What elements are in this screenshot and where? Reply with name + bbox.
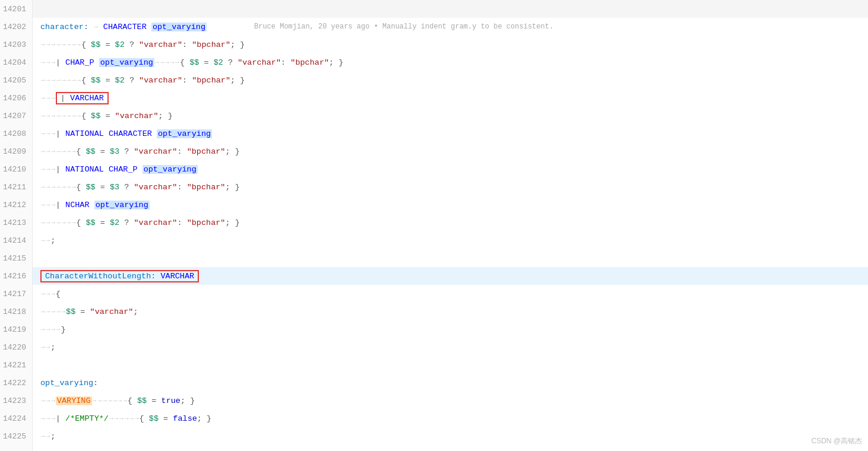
table-row: 14225 →→ ; bbox=[0, 427, 868, 445]
table-row: 14203 →→→→→→→→ { $$ = $2 ? "varchar" : "… bbox=[0, 36, 868, 53]
line-content: →→→→→→→ { $$ = $3 ? "varchar" : "bpchar"… bbox=[36, 142, 868, 160]
table-row: 14206 →→→ | VARCHAR bbox=[0, 89, 868, 107]
line-content bbox=[36, 356, 868, 374]
varchar-highlight-box: | VARCHAR bbox=[56, 92, 109, 104]
line-number: 14224 bbox=[0, 409, 33, 427]
table-row: 14221 bbox=[0, 356, 868, 374]
line-content: →→ ; bbox=[36, 427, 868, 445]
line-content: →→→ VARYING →→→→→→→ { $$ = true ; } bbox=[36, 392, 868, 409]
table-row: 14215 bbox=[0, 249, 868, 267]
line-content: →→→→→ $$ = "varchar" ; bbox=[36, 303, 868, 320]
line-number: 14221 bbox=[0, 356, 33, 374]
line-number: 14215 bbox=[0, 249, 33, 267]
table-row: 14211 →→→→→→→ { $$ = $3 ? "varchar" : "b… bbox=[0, 178, 868, 196]
table-row: 14217 →→→ { bbox=[0, 285, 868, 303]
table-row: 14223 →→→ VARYING →→→→→→→ { $$ = true ; … bbox=[0, 392, 868, 409]
characterwithoutlength-highlight-box: CharacterWithoutLength: VARCHAR bbox=[40, 270, 199, 282]
table-row: 14208 →→→ | NATIONAL CHARACTER opt_varyi… bbox=[0, 125, 868, 142]
line-number: 14223 bbox=[0, 392, 33, 409]
line-number: 14218 bbox=[0, 303, 33, 320]
table-row: 14213 →→→→→→→ { $$ = $2 ? "varchar" : "b… bbox=[0, 214, 868, 231]
line-number: 14210 bbox=[0, 160, 33, 178]
line-number: 14211 bbox=[0, 178, 33, 196]
line-content: →→→→→→→→ { $$ = $2 ? "varchar" : "bpchar… bbox=[36, 36, 868, 53]
line-number: 14205 bbox=[0, 71, 33, 89]
line-number: 14225 bbox=[0, 427, 33, 445]
line-number: 14201 bbox=[0, 0, 33, 18]
table-row: 14224 →→→ | /*EMPTY*/ →→→→→→ { $$ = fals… bbox=[0, 409, 868, 427]
table-row: 14214 →→ ; bbox=[0, 231, 868, 249]
line-number: 14216 bbox=[0, 267, 33, 285]
line-number: 14208 bbox=[0, 125, 33, 142]
table-row: 14216 CharacterWithoutLength: VARCHAR bbox=[0, 267, 868, 285]
table-row: 14202 character: → CHARACTER opt_varying… bbox=[0, 18, 868, 36]
line-content: CharacterWithoutLength: VARCHAR bbox=[36, 267, 868, 285]
line-number: 14209 bbox=[0, 142, 33, 160]
line-content: →→→→ } bbox=[36, 320, 868, 338]
table-row: 14209 →→→→→→→ { $$ = $3 ? "varchar" : "b… bbox=[0, 142, 868, 160]
table-row: 14218 →→→→→ $$ = "varchar" ; bbox=[0, 303, 868, 320]
line-content: →→ ; bbox=[36, 338, 868, 356]
line-number: 14213 bbox=[0, 214, 33, 231]
line-number: 14204 bbox=[0, 53, 33, 71]
table-row: 14207 →→→→→→→→ { $$ = "varchar" ; } bbox=[0, 107, 868, 125]
line-number: 14222 bbox=[0, 374, 33, 392]
code-editor: 14201 14202 character: → CHARACTER opt_v… bbox=[0, 0, 868, 451]
table-row: 14226 bbox=[0, 445, 868, 451]
line-content: →→→→→→→ { $$ = $3 ? "varchar" : "bpchar"… bbox=[36, 178, 868, 196]
table-row: 14205 →→→ →→→→→ { $$ = $2 ? "varchar" : … bbox=[0, 71, 868, 89]
line-number: 14217 bbox=[0, 285, 33, 303]
line-number: 14212 bbox=[0, 196, 33, 214]
line-content: →→→ | NATIONAL CHARACTER opt_varying bbox=[36, 125, 868, 142]
line-number: 14202 bbox=[0, 18, 33, 36]
line-content: →→→ | NCHAR opt_varying bbox=[36, 196, 868, 214]
line-content bbox=[36, 249, 868, 267]
table-row: 14219 →→→→ } bbox=[0, 320, 868, 338]
line-content: →→→ | NATIONAL CHAR_P opt_varying bbox=[36, 160, 868, 178]
line-number: 14226 bbox=[0, 445, 33, 451]
table-row: 14201 bbox=[0, 0, 868, 18]
line-content: →→ ; bbox=[36, 231, 868, 249]
line-number: 14203 bbox=[0, 36, 33, 53]
line-content: opt_varying: bbox=[36, 374, 868, 392]
line-number: 14219 bbox=[0, 320, 33, 338]
table-row: 14210 →→→ | NATIONAL CHAR_P opt_varying bbox=[0, 160, 868, 178]
table-row: 14212 →→→ | NCHAR opt_varying bbox=[0, 196, 868, 214]
line-number: 14207 bbox=[0, 107, 33, 125]
line-content: →→→→→→→→ { $$ = "varchar" ; } bbox=[36, 107, 868, 125]
line-number: 14206 bbox=[0, 89, 33, 107]
line-number: 14214 bbox=[0, 231, 33, 249]
line-content: →→→ | /*EMPTY*/ →→→→→→ { $$ = false ; } bbox=[36, 409, 868, 427]
table-row: 14222 opt_varying: bbox=[0, 374, 868, 392]
table-row: 14220 →→ ; bbox=[0, 338, 868, 356]
line-content: character: → CHARACTER opt_varying Bruce… bbox=[36, 18, 868, 36]
watermark: CSDN @高铭杰 bbox=[811, 436, 862, 446]
line-number: 14220 bbox=[0, 338, 33, 356]
line-content bbox=[36, 445, 868, 451]
table-row: 14204 →→→ | CHAR_P opt_varying →→→→→ { $… bbox=[0, 53, 868, 71]
line-content: →→→ | VARCHAR bbox=[36, 89, 868, 107]
line-content bbox=[36, 0, 868, 18]
line-content: →→→→→→→ { $$ = $2 ? "varchar" : "bpchar"… bbox=[36, 214, 868, 231]
line-content: →→→ { bbox=[36, 285, 868, 303]
line-content: →→→ | CHAR_P opt_varying →→→→→ { $$ = $2… bbox=[36, 53, 868, 71]
line-content: →→→ →→→→→ { $$ = $2 ? "varchar" : "bpcha… bbox=[36, 71, 868, 89]
